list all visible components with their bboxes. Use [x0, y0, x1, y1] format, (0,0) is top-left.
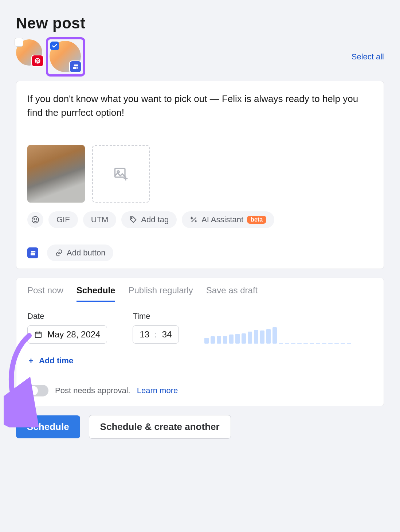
time-hour: 13: [140, 329, 149, 340]
select-all-link[interactable]: Select all: [352, 52, 384, 62]
activity-bar: [254, 330, 258, 344]
page-title: New post: [16, 15, 384, 32]
schedule-create-another-button[interactable]: Schedule & create another: [89, 415, 231, 439]
link-icon: [55, 249, 63, 257]
add-button-action[interactable]: Add button: [47, 245, 113, 261]
activity-bar: [297, 343, 302, 344]
activity-bar: [334, 343, 339, 344]
schedule-button[interactable]: Schedule: [16, 415, 80, 438]
activity-bar: [322, 343, 326, 344]
publish-tabs: Post now Schedule Publish regularly Save…: [16, 278, 384, 302]
account-checkbox[interactable]: [15, 38, 23, 47]
compose-footer: Add button: [16, 237, 384, 269]
ai-assistant-label: AI Assistant: [201, 215, 243, 224]
activity-bar: [347, 343, 351, 344]
post-text-input[interactable]: If you don't know what you want to pick …: [27, 92, 373, 120]
activity-bar: [223, 336, 227, 344]
activity-bar: [341, 343, 345, 344]
tab-publish-regularly[interactable]: Publish regularly: [128, 285, 193, 302]
pinterest-icon: [32, 55, 43, 66]
tab-post-now[interactable]: Post now: [27, 285, 63, 302]
date-input[interactable]: May 28, 2024: [27, 325, 107, 344]
add-image-button[interactable]: [92, 145, 150, 203]
calendar-icon: [34, 330, 42, 339]
add-time-label: Add time: [39, 356, 73, 365]
accounts-row: G Select all: [16, 39, 384, 74]
activity-bar: [204, 338, 209, 344]
utm-button[interactable]: UTM: [83, 211, 117, 228]
compose-card: If you don't know what you want to pick …: [16, 81, 384, 269]
time-field: Time 13 : 34: [133, 312, 179, 344]
tab-schedule[interactable]: Schedule: [77, 285, 115, 302]
activity-bar: [229, 335, 234, 344]
activity-bar: [217, 336, 221, 344]
account-pinterest[interactable]: [16, 39, 42, 66]
action-buttons: Schedule Schedule & create another: [16, 415, 384, 439]
compose-toolbar: GIF UTM Add tag AI Assistant beta: [27, 211, 373, 228]
google-business-icon: [27, 247, 38, 258]
svg-text:G: G: [76, 67, 78, 69]
date-label: Date: [27, 312, 107, 321]
activity-bar: [211, 336, 215, 344]
media-row: [27, 145, 373, 203]
approval-row: Post needs approval. Learn more: [16, 375, 384, 406]
add-tag-button[interactable]: Add tag: [121, 211, 177, 228]
activity-bar: [279, 343, 283, 344]
approval-text: Post needs approval.: [55, 386, 130, 395]
ai-assistant-button[interactable]: AI Assistant beta: [182, 211, 274, 228]
google-business-icon: G: [70, 61, 81, 72]
activity-bar: [260, 330, 264, 344]
emoji-button[interactable]: [27, 212, 43, 228]
plus-icon: [27, 357, 35, 364]
gif-button[interactable]: GIF: [48, 211, 78, 228]
svg-rect-9: [35, 332, 42, 338]
svg-point-8: [131, 218, 132, 219]
account-checkbox[interactable]: [50, 42, 59, 50]
svg-point-7: [36, 219, 37, 219]
activity-bar: [266, 329, 271, 344]
date-field: Date May 28, 2024: [27, 312, 107, 344]
tag-icon: [129, 216, 137, 224]
activity-bar: [235, 334, 240, 344]
add-tag-label: Add tag: [141, 215, 169, 224]
activity-bar: [272, 327, 277, 344]
tab-save-draft[interactable]: Save as draft: [206, 285, 258, 302]
activity-bar: [285, 343, 289, 344]
time-input[interactable]: 13 : 34: [133, 325, 179, 344]
activity-bar: [291, 343, 295, 344]
magic-wand-icon: [190, 216, 198, 224]
schedule-card: Post now Schedule Publish regularly Save…: [16, 278, 384, 406]
beta-badge: beta: [247, 216, 266, 224]
activity-bar: [248, 332, 252, 344]
approval-toggle[interactable]: [27, 385, 48, 396]
add-button-label: Add button: [67, 248, 105, 258]
attached-image[interactable]: [27, 145, 85, 203]
add-time-button[interactable]: Add time: [16, 354, 384, 375]
time-separator: :: [154, 329, 157, 340]
activity-chart: [204, 325, 351, 344]
activity-bar: [310, 343, 314, 344]
learn-more-link[interactable]: Learn more: [137, 386, 178, 395]
activity-bar: [242, 333, 246, 344]
activity-bar: [316, 343, 320, 344]
activity-bar: [328, 343, 333, 344]
activity-bar: [303, 343, 308, 344]
time-label: Time: [133, 312, 179, 321]
time-minute: 34: [162, 329, 172, 340]
account-google-business[interactable]: G: [48, 39, 83, 74]
svg-point-6: [34, 219, 35, 219]
date-value: May 28, 2024: [47, 329, 100, 340]
svg-point-5: [32, 216, 39, 223]
